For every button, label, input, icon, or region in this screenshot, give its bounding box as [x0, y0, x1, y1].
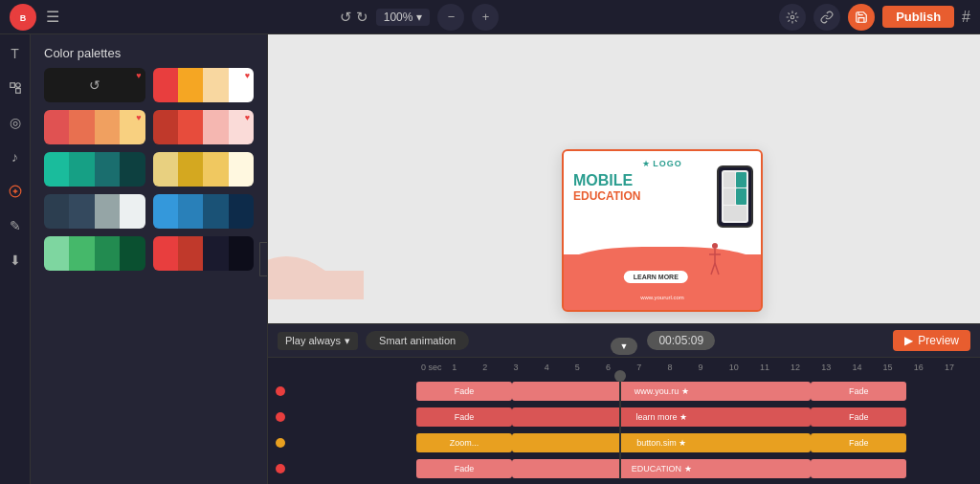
ruler-labels: 0 sec 1 2 3 4 5 6 7 8 9 10 11 12 13 14 1… [416, 363, 980, 372]
track-bar-fade-1b[interactable]: Fade [811, 382, 906, 401]
svg-rect-3 [10, 83, 14, 88]
undo-button[interactable]: ↺ [340, 9, 352, 26]
sidebar-item-element[interactable]: ◎ [4, 111, 27, 134]
track-dot-3 [276, 438, 285, 448]
track-bar-main-4[interactable]: EDUCATION ★ [512, 459, 811, 478]
main-area: T ◎ ♪ ✎ ⬇ Color palettes ↺ ♥ [0, 34, 980, 484]
track-bar-fade-3b[interactable]: Fade [811, 433, 906, 452]
zoom-in-button[interactable]: + [472, 4, 499, 31]
ruler-7: 7 [636, 363, 667, 372]
sidebar-item-shape[interactable] [4, 77, 27, 99]
link-button[interactable] [813, 4, 840, 31]
play-mode-dropdown[interactable]: Play always ▾ [278, 332, 358, 350]
card-title-line1: MOBILE [573, 172, 640, 189]
canvas-area: ★ LOGO MOBILE EDUCATION [268, 34, 980, 484]
palette-item-10[interactable] [153, 236, 255, 271]
card-url: www.yoururl.com [640, 295, 684, 300]
canvas-expand-button[interactable]: ▼ [611, 338, 637, 355]
undo-redo-group: ↺ ↻ [340, 9, 368, 26]
track-bar-fade-1a[interactable]: Fade [416, 382, 512, 401]
ruler-14: 14 [852, 363, 882, 372]
play-mode-label: Play always [285, 335, 341, 346]
track-row-1: Fade www.you.ru ★ Fade [268, 379, 980, 404]
track-bar-fade-2b[interactable]: Fade [811, 407, 906, 427]
svg-text:B: B [20, 12, 27, 22]
track-dot-4 [276, 464, 285, 473]
track-bar-fade-2a[interactable]: Fade [416, 407, 512, 427]
ruler-13: 13 [821, 363, 852, 372]
ruler-0: 0 sec [421, 363, 452, 372]
ruler-6: 6 [606, 363, 636, 372]
settings-button[interactable] [779, 4, 806, 31]
redo-button[interactable]: ↻ [356, 9, 368, 26]
track-content-1[interactable]: Fade www.you.ru ★ Fade [416, 381, 980, 402]
publish-button[interactable]: Publish [882, 6, 954, 28]
palette-item-7[interactable] [44, 194, 145, 229]
ruler-9: 9 [699, 363, 729, 372]
sidebar-item-download[interactable]: ⬇ [4, 249, 27, 272]
preview-button[interactable]: ▶ Preview [893, 330, 970, 351]
smart-animation-button[interactable]: Smart animation [366, 331, 469, 350]
palette-item-4[interactable]: ♥ [153, 110, 255, 144]
palette-item-3[interactable]: ♥ [44, 110, 145, 144]
ruler-1: 1 [452, 363, 482, 372]
preview-label: Preview [918, 334, 959, 347]
timeline-tracks: Fade www.you.ru ★ Fade Fade learn more ★… [268, 376, 980, 484]
track-bar-main-2[interactable]: learn more ★ [512, 407, 811, 427]
palette-item-5[interactable] [44, 152, 145, 187]
track-label-2 [268, 412, 416, 422]
ruler-17: 17 [945, 363, 975, 372]
preview-icon: ▶ [904, 334, 913, 347]
topbar-right: Publish # [779, 4, 970, 31]
zoom-out-button[interactable]: − [437, 4, 464, 31]
ruler-8: 8 [667, 363, 698, 372]
palette-item-8[interactable] [153, 194, 255, 229]
ruler-11: 11 [760, 363, 791, 372]
topbar-left: B ☰ [10, 4, 59, 31]
svg-rect-4 [15, 89, 20, 94]
ruler-2: 2 [482, 363, 513, 372]
zoom-value: 100% [384, 11, 413, 24]
sidebar-item-audio[interactable]: ♪ [4, 145, 27, 168]
palette-undo-icon: ↺ [89, 77, 100, 93]
zoom-control[interactable]: 100% ▾ [376, 9, 431, 26]
palette-item-6[interactable] [153, 152, 255, 187]
sidebar-item-draw[interactable]: ✎ [4, 214, 27, 237]
expand-icon: ▼ [620, 341, 629, 351]
palette-item-dark[interactable]: ↺ ♥ [44, 68, 145, 102]
track-dot-1 [276, 386, 285, 396]
grid-icon: # [962, 9, 970, 26]
track-content-4[interactable]: Fade EDUCATION ★ [416, 458, 980, 479]
track-bar-zoom-3[interactable]: Zoom... [416, 433, 512, 452]
track-bar-fade-4b[interactable] [811, 459, 906, 478]
panel-toggle-button[interactable]: ‹ [259, 242, 268, 276]
track-bar-fade-4a[interactable]: Fade [416, 459, 512, 478]
save-button[interactable] [848, 4, 875, 31]
palette-heart-icon: ♥ [136, 71, 141, 80]
track-content-2[interactable]: Fade learn more ★ Fade [416, 407, 980, 428]
sidebar-item-text[interactable]: T [4, 42, 27, 65]
ruler-5: 5 [575, 363, 606, 372]
ruler-12: 12 [791, 363, 821, 372]
track-bar-main-1[interactable]: www.you.ru ★ [512, 382, 811, 401]
sidebar-item-color[interactable] [4, 180, 27, 203]
ruler-15: 15 [883, 363, 914, 372]
topbar: B ☰ ↺ ↻ 100% ▾ − + Publish # [0, 0, 980, 34]
palette-item-9[interactable] [44, 236, 145, 271]
topbar-center: ↺ ↻ 100% ▾ − + [340, 4, 500, 31]
timeline-ruler: 0 sec 1 2 3 4 5 6 7 8 9 10 11 12 13 14 1… [268, 357, 980, 376]
palette-item-2[interactable]: ♥ [153, 68, 255, 102]
palette-heart-4: ♥ [245, 113, 250, 122]
ruler-4: 4 [545, 363, 575, 372]
time-display: 00:05:09 [647, 331, 715, 350]
panel-title: Color palettes [31, 34, 267, 68]
svg-point-6 [712, 243, 718, 249]
left-sidebar: T ◎ ♪ ✎ ⬇ [0, 34, 31, 484]
hamburger-menu[interactable]: ☰ [46, 8, 59, 26]
track-bar-main-3[interactable]: button.sim ★ [512, 433, 811, 452]
design-card: ★ LOGO MOBILE EDUCATION [562, 149, 763, 312]
palette-heart-2: ♥ [245, 71, 250, 80]
palette-heart-3: ♥ [136, 113, 141, 122]
card-title-line2: EDUCATION [573, 189, 640, 203]
track-content-3[interactable]: Zoom... button.sim ★ Fade [416, 432, 980, 453]
